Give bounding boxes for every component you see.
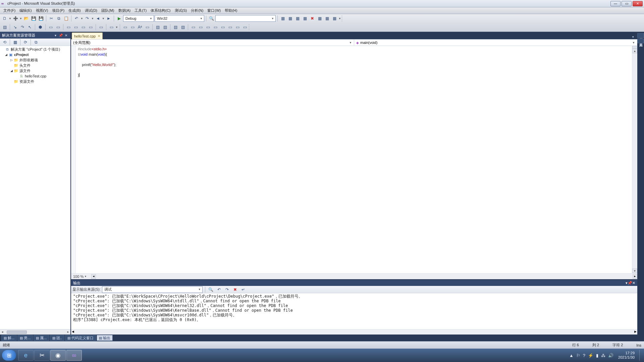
tray-wifi-icon[interactable]: ⁂ (601, 353, 605, 358)
menu-help[interactable]: 帮助(H) (223, 7, 239, 14)
bookmark-icon[interactable]: ▭ (190, 24, 197, 31)
se-refresh-icon[interactable]: ⟳ (22, 39, 29, 46)
output-text[interactable]: "cProject.exe": 已加载"E:\WorkSpace\CProjec… (71, 293, 637, 329)
menu-window[interactable]: 窗口(W) (205, 7, 223, 14)
redo-icon[interactable]: ↷ (84, 15, 91, 22)
bottom-tab-output[interactable]: ▤输出 (97, 335, 113, 341)
minimize-button[interactable]: — (610, 1, 621, 6)
folder-headers[interactable]: 头文件 (19, 63, 31, 68)
tb2-l-icon[interactable]: Aª (137, 24, 143, 31)
tb-h-icon[interactable]: ▦ (331, 15, 338, 22)
bottom-tab-codedef[interactable]: ▤代码定义窗口 (65, 335, 96, 341)
indent-dec-icon[interactable]: ▤ (162, 24, 168, 31)
right-tab-properties[interactable]: 属性 (637, 33, 644, 38)
splitter-icon[interactable] (632, 46, 637, 49)
bm-nextf-icon[interactable]: ▭ (219, 24, 226, 31)
bm-prev-icon[interactable]: ▭ (197, 24, 204, 31)
menu-team[interactable]: 团队(M) (99, 7, 116, 14)
save-all-icon[interactable]: 💾 (38, 15, 44, 22)
tb2-h-icon[interactable]: ▭ (98, 24, 104, 31)
nav-back-icon[interactable]: ◄ (95, 15, 101, 22)
nav-fwd-icon[interactable]: ► (105, 15, 112, 22)
tb-a-icon[interactable]: ▦ (279, 15, 286, 22)
bm-prevf-icon[interactable]: ▭ (212, 24, 219, 31)
tray-help-icon[interactable]: ? (583, 353, 585, 358)
out-prev-icon[interactable]: ↶ (216, 286, 222, 293)
menu-architecture[interactable]: 体系结构(C) (149, 7, 172, 14)
menu-debug[interactable]: 调试(D) (83, 7, 99, 14)
close-button[interactable]: ✕ (633, 1, 643, 6)
menu-test[interactable]: 测试(S) (173, 7, 189, 14)
member-combo[interactable]: ◆ main(void) ▼ (354, 40, 637, 46)
show-desktop-button[interactable] (639, 350, 642, 361)
tb2-b-icon[interactable]: ▭ (47, 24, 54, 31)
file-hellotest[interactable]: helloTest.cpp (25, 74, 46, 78)
add-item-icon[interactable]: ➕ (12, 15, 19, 22)
tb2-e-icon[interactable]: ▭ (72, 24, 79, 31)
code-text[interactable]: #include<stdio.h> ⊟void main(void){ prin… (76, 46, 632, 273)
panel-dropdown-icon[interactable]: ▾ (53, 33, 58, 38)
tabs-dropdown-icon[interactable]: ▾ (631, 35, 635, 39)
tb2-g-icon[interactable]: ▭ (87, 24, 94, 31)
tray-net-icon[interactable]: ▮ (596, 353, 598, 358)
system-tray[interactable]: ▲ ⚐ ? ⚡ ▮ ⁂ 🔊 17:29 2021/1/30 (569, 350, 642, 361)
output-header[interactable]: 输出 ▾ 📌 ✕ (71, 280, 637, 286)
tb2-a-icon[interactable]: ▤ (1, 24, 8, 31)
out-wrap-icon[interactable]: ↵ (240, 286, 247, 293)
se-hscrollbar[interactable]: ◄► (0, 329, 70, 335)
solution-node[interactable]: 解决方案 "cProject" (1 个项目) (11, 47, 60, 52)
editor-vscrollbar[interactable]: ▲ ▼ (632, 46, 637, 273)
folder-sources[interactable]: 源文件 (19, 68, 31, 73)
undo-icon[interactable]: ↶ (73, 15, 80, 22)
task-chrome[interactable]: ◉ (50, 350, 66, 361)
expand-icon[interactable]: ◢ (4, 53, 8, 56)
se-home-icon[interactable]: ⟲ (1, 39, 8, 46)
tb2-x-icon[interactable]: ▭ (234, 24, 241, 31)
right-tab-toolbox[interactable]: 工具箱 (637, 39, 644, 43)
out-clear-icon[interactable]: ✖ (232, 286, 238, 293)
tab-close-icon[interactable]: ✕ (98, 34, 100, 38)
out-next-icon[interactable]: ↷ (224, 286, 230, 293)
panel-close-icon[interactable]: ✕ (64, 33, 68, 38)
comment-icon[interactable]: ▤ (172, 24, 179, 31)
tb2-k-icon[interactable]: ▭ (129, 24, 136, 31)
menu-analyze[interactable]: 分析(N) (189, 7, 205, 14)
solution-tree[interactable]: ⧉ 解决方案 "cProject" (1 个项目) ◢ ▣ cProject ▷… (0, 46, 70, 329)
open-file-icon[interactable]: 📂 (23, 15, 30, 22)
expand-icon[interactable]: ▷ (9, 58, 13, 62)
folder-external[interactable]: 外部依赖项 (19, 58, 38, 63)
outlining-margin[interactable] (71, 46, 76, 273)
taskbar-clock[interactable]: 17:29 2021/1/30 (618, 351, 635, 360)
menu-view[interactable]: 视图(V) (34, 7, 50, 14)
bottom-tab-solutionexplorer[interactable]: ▤解... (1, 335, 17, 341)
find-combo[interactable]: ▼ (215, 15, 276, 22)
step-into-icon[interactable]: ↘ (12, 24, 18, 31)
panel-pin-icon[interactable]: 📌 (58, 33, 63, 38)
tb-g-icon[interactable]: ▦ (324, 15, 330, 22)
tb-c-icon[interactable]: ▦ (294, 15, 301, 22)
step-out-icon[interactable]: ↖ (26, 24, 33, 31)
hex-icon[interactable]: ⬢ (37, 24, 44, 31)
expand-icon[interactable]: ◢ (9, 69, 13, 72)
tb-f-icon[interactable]: ▦ (316, 15, 323, 22)
out-find-icon[interactable]: 🔍 (208, 286, 214, 293)
uncomment-icon[interactable]: ▤ (179, 24, 186, 31)
bottom-tab-properties[interactable]: ▤属... (34, 335, 49, 341)
step-over-icon[interactable]: ↷ (19, 24, 26, 31)
output-hscrollbar[interactable]: ◄► (71, 329, 637, 335)
solution-config-combo[interactable]: Debug▼ (123, 15, 154, 22)
tb2-i-icon[interactable]: ▭ (108, 24, 115, 31)
tab-hellotest[interactable]: helloTest.cpp ✕ (72, 33, 103, 39)
tb-e-icon[interactable]: ✖ (309, 15, 316, 22)
task-ie[interactable]: e (18, 350, 34, 361)
output-pin-icon[interactable]: 📌 (628, 281, 632, 285)
paste-icon[interactable]: 📋 (63, 15, 69, 22)
maximize-button[interactable]: ▭ (622, 1, 632, 6)
menu-tools[interactable]: 工具(T) (132, 7, 149, 14)
bm-next-icon[interactable]: ▭ (205, 24, 211, 31)
menu-build[interactable]: 生成(B) (66, 7, 83, 14)
tb-d-icon[interactable]: ▦ (302, 15, 308, 22)
tray-action-icon[interactable]: ⚐ (576, 353, 580, 358)
bottom-tab-team[interactable]: ▤团.. (50, 335, 64, 341)
folder-resources[interactable]: 资源文件 (19, 79, 34, 84)
